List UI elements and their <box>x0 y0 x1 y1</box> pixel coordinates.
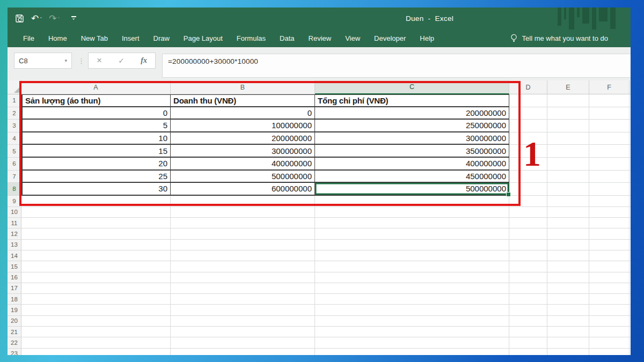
row-header-17[interactable]: 17 <box>8 283 21 294</box>
cell-F10[interactable] <box>589 207 630 218</box>
row-header-21[interactable]: 21 <box>8 327 21 337</box>
row-header-7[interactable]: 7 <box>8 171 21 183</box>
cell-D8[interactable] <box>509 183 547 196</box>
cell-F21[interactable] <box>589 327 630 337</box>
cell-D12[interactable] <box>509 228 547 239</box>
column-header-D[interactable]: D <box>509 80 547 94</box>
cell-E13[interactable] <box>547 240 589 250</box>
cell-D23[interactable] <box>509 349 547 355</box>
cell-D11[interactable] <box>509 218 547 228</box>
cell-E7[interactable] <box>547 171 589 183</box>
cell-C2[interactable]: 200000000 <box>315 107 509 120</box>
undo-dropdown-icon[interactable]: ˅ <box>40 18 42 23</box>
ribbon-tab-page-layout[interactable]: Page Layout <box>177 34 230 42</box>
row-header-6[interactable]: 6 <box>8 158 21 171</box>
cell-E20[interactable] <box>547 316 589 327</box>
cell-D6[interactable] <box>509 158 547 171</box>
cell-C15[interactable] <box>315 261 509 272</box>
cell-E9[interactable] <box>547 196 589 207</box>
cell-F2[interactable] <box>589 107 630 120</box>
cell-B9[interactable] <box>171 196 315 207</box>
cell-E2[interactable] <box>547 107 589 120</box>
cell-D1[interactable] <box>509 94 547 107</box>
cell-A15[interactable] <box>21 261 171 272</box>
cell-D15[interactable] <box>509 261 547 272</box>
cell-B15[interactable] <box>171 261 315 272</box>
cell-B19[interactable] <box>171 305 315 315</box>
formula-input[interactable]: =200000000+30000*10000 <box>162 54 631 78</box>
ribbon-tab-view[interactable]: View <box>338 34 367 42</box>
cell-C20[interactable] <box>315 316 509 327</box>
row-header-9[interactable]: 9 <box>8 196 21 207</box>
cell-D19[interactable] <box>509 305 547 315</box>
cell-E5[interactable] <box>547 145 589 158</box>
cell-F14[interactable] <box>589 250 630 261</box>
cell-B21[interactable] <box>171 327 315 337</box>
column-header-F[interactable]: F <box>589 80 630 94</box>
cell-C21[interactable] <box>315 327 509 337</box>
ribbon-tab-help[interactable]: Help <box>413 34 441 42</box>
cell-E16[interactable] <box>547 272 589 283</box>
cell-B13[interactable] <box>171 240 315 250</box>
row-header-1[interactable]: 1 <box>8 94 21 107</box>
row-header-8[interactable]: 8 <box>8 183 21 196</box>
cell-A14[interactable] <box>21 250 171 261</box>
cell-A3[interactable]: 5 <box>21 120 171 132</box>
cell-E23[interactable] <box>547 349 589 355</box>
cell-F17[interactable] <box>589 283 630 294</box>
cell-E19[interactable] <box>547 305 589 315</box>
row-header-12[interactable]: 12 <box>8 228 21 239</box>
cell-A6[interactable]: 20 <box>21 158 171 171</box>
cell-B8[interactable]: 600000000 <box>171 183 315 196</box>
cell-A10[interactable] <box>21 207 171 218</box>
row-header-3[interactable]: 3 <box>8 120 21 132</box>
cell-B5[interactable]: 300000000 <box>171 145 315 158</box>
row-header-20[interactable]: 20 <box>8 316 21 327</box>
cell-B3[interactable]: 100000000 <box>171 120 315 132</box>
cell-F16[interactable] <box>589 272 630 283</box>
cell-B17[interactable] <box>171 283 315 294</box>
cell-E6[interactable] <box>547 158 589 171</box>
cell-C18[interactable] <box>315 294 509 305</box>
cell-B1[interactable]: Doanh thu (VNĐ) <box>171 94 315 107</box>
cell-D4[interactable] <box>509 132 547 145</box>
cell-D5[interactable] <box>509 145 547 158</box>
cell-D9[interactable] <box>509 196 547 207</box>
cell-F1[interactable] <box>589 94 630 107</box>
row-header-5[interactable]: 5 <box>8 145 21 158</box>
cell-C13[interactable] <box>315 240 509 250</box>
cell-D22[interactable] <box>509 337 547 348</box>
cell-B14[interactable] <box>171 250 315 261</box>
row-header-19[interactable]: 19 <box>8 305 21 315</box>
cell-B6[interactable]: 400000000 <box>171 158 315 171</box>
cell-D10[interactable] <box>509 207 547 218</box>
save-icon[interactable] <box>15 14 24 23</box>
cell-A19[interactable] <box>21 305 171 315</box>
cell-C3[interactable]: 250000000 <box>315 120 509 132</box>
row-header-14[interactable]: 14 <box>8 250 21 261</box>
cell-A4[interactable]: 10 <box>21 132 171 145</box>
cell-A1[interactable]: Sản lượng (áo thun) <box>21 94 171 107</box>
ribbon-tab-draw[interactable]: Draw <box>147 34 177 42</box>
cell-D2[interactable] <box>509 107 547 120</box>
cell-A22[interactable] <box>21 337 171 348</box>
cell-F23[interactable] <box>589 349 630 355</box>
cell-D13[interactable] <box>509 240 547 250</box>
cell-F18[interactable] <box>589 294 630 305</box>
row-header-15[interactable]: 15 <box>8 261 21 272</box>
cell-B22[interactable] <box>171 337 315 348</box>
cell-E8[interactable] <box>547 183 589 196</box>
cell-A21[interactable] <box>21 327 171 337</box>
cell-F11[interactable] <box>589 218 630 228</box>
cell-F9[interactable] <box>589 196 630 207</box>
column-header-B[interactable]: B <box>171 80 315 94</box>
row-header-13[interactable]: 13 <box>8 240 21 250</box>
cell-E12[interactable] <box>547 228 589 239</box>
cell-E4[interactable] <box>547 132 589 145</box>
row-header-22[interactable]: 22 <box>8 337 21 348</box>
cell-E11[interactable] <box>547 218 589 228</box>
cell-A5[interactable]: 15 <box>21 145 171 158</box>
row-header-23[interactable]: 23 <box>8 349 21 355</box>
cell-B10[interactable] <box>171 207 315 218</box>
cell-A23[interactable] <box>21 349 171 355</box>
